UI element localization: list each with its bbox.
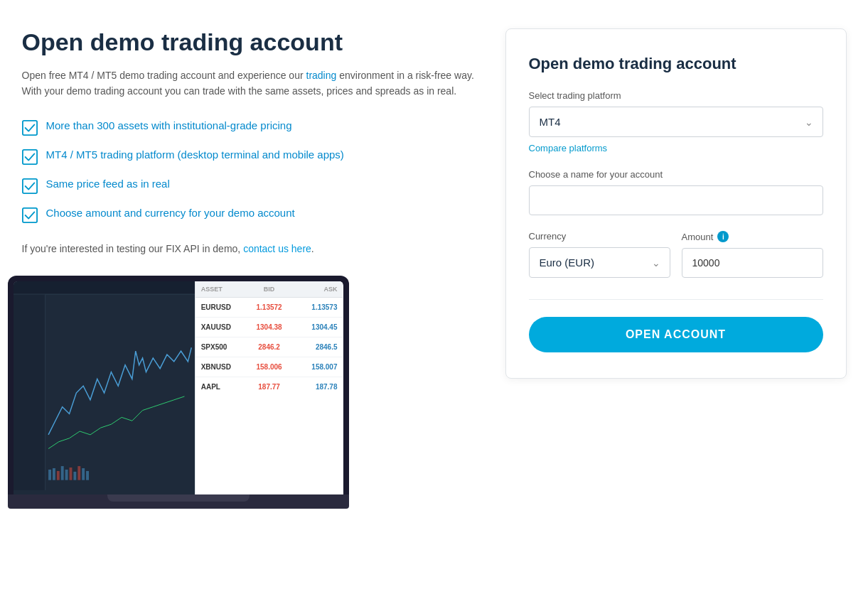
amount-label: Amount [682, 232, 714, 242]
svg-rect-7 [14, 294, 45, 490]
svg-rect-16 [77, 466, 80, 480]
page-title: Open demo trading account [22, 28, 477, 56]
table-row: XBNUSD 158.006 158.007 [195, 357, 343, 377]
amount-input[interactable] [682, 248, 823, 278]
bid-eurusd: 1.13572 [247, 303, 292, 311]
col-asset: ASSET [201, 286, 247, 293]
table-row: XAUUSD 1304.38 1304.45 [195, 318, 343, 337]
trading-link[interactable]: trading [306, 70, 337, 81]
right-column: Open demo trading account Select trading… [505, 28, 847, 509]
contact-us-link[interactable]: contact us here [243, 243, 311, 254]
svg-rect-12 [60, 466, 63, 480]
col-ask: ASK [292, 286, 338, 293]
chart-panel [14, 281, 195, 494]
laptop-screen: ASSET BID ASK EURUSD 1.13572 1.13573 XAU… [14, 281, 343, 494]
prices-panel: ASSET BID ASK EURUSD 1.13572 1.13573 XAU… [195, 281, 343, 494]
pair-xauusd: XAUUSD [201, 323, 247, 331]
svg-rect-10 [52, 468, 55, 480]
ask-xbnusd: 158.007 [292, 363, 338, 371]
table-row: EURUSD 1.13572 1.13573 [195, 298, 343, 318]
svg-rect-9 [48, 470, 51, 480]
ask-eurusd: 1.13573 [292, 303, 338, 311]
currency-label: Currency [529, 231, 670, 242]
pair-spx500: SPX500 [201, 343, 247, 351]
feature-text-1: More than 300 assets with institutional-… [46, 119, 292, 131]
pair-aapl: AAPL [201, 383, 247, 391]
laptop-stand [107, 494, 250, 502]
bid-xbnusd: 158.006 [247, 363, 292, 371]
svg-rect-17 [82, 468, 85, 480]
check-icon-1 [22, 120, 38, 136]
svg-rect-8 [45, 294, 45, 490]
check-icon-2 [22, 149, 38, 165]
svg-rect-18 [86, 471, 89, 480]
currency-select-wrapper: Euro (EUR) USD GBP ⌄ [529, 247, 670, 278]
pair-xbnusd: XBNUSD [201, 363, 247, 371]
bid-xauusd: 1304.38 [247, 323, 292, 331]
compare-platforms-link[interactable]: Compare platforms [529, 143, 608, 153]
svg-rect-11 [56, 471, 59, 480]
account-name-label: Choose a name for your account [529, 169, 823, 180]
bid-spx500: 2846.2 [247, 343, 292, 351]
intro-text: Open free MT4 / MT5 demo trading account… [22, 67, 477, 99]
amount-info-icon[interactable]: i [717, 231, 729, 242]
open-account-button[interactable]: OPEN ACCOUNT [529, 317, 823, 352]
platform-select-wrapper: MT4 MT5 ⌄ [529, 107, 823, 137]
svg-rect-14 [69, 467, 72, 480]
table-row: AAPL 187.77 187.78 [195, 377, 343, 396]
feature-item-2: MT4 / MT5 trading platform (desktop term… [22, 148, 477, 165]
form-card: Open demo trading account Select trading… [505, 28, 847, 379]
laptop-base [8, 494, 349, 509]
left-column: Open demo trading account Open free MT4 … [22, 28, 477, 509]
check-icon-4 [22, 207, 38, 223]
currency-amount-row: Currency Euro (EUR) USD GBP ⌄ Amount i [529, 231, 823, 282]
feature-text-3: Same price feed as in real [46, 178, 170, 190]
check-icon-3 [22, 178, 38, 194]
form-title: Open demo trading account [529, 55, 823, 73]
account-name-input[interactable] [529, 185, 823, 215]
feature-item-1: More than 300 assets with institutional-… [22, 119, 477, 136]
amount-label-row: Amount i [682, 231, 823, 242]
laptop-outer: ASSET BID ASK EURUSD 1.13572 1.13573 XAU… [8, 276, 349, 494]
features-list: More than 300 assets with institutional-… [22, 119, 477, 223]
feature-item-3: Same price feed as in real [22, 178, 477, 194]
platform-label: Select trading platform [529, 90, 823, 101]
svg-rect-15 [73, 472, 76, 480]
fix-api-text: If you're interested in testing our FIX … [22, 243, 477, 254]
svg-rect-6 [14, 293, 195, 294]
feature-text-4: Choose amount and currency for your demo… [46, 207, 295, 219]
laptop-mockup: ASSET BID ASK EURUSD 1.13572 1.13573 XAU… [22, 276, 477, 509]
platform-select[interactable]: MT4 MT5 [529, 107, 823, 137]
amount-field-group: Amount i [682, 231, 823, 282]
ask-xauusd: 1304.45 [292, 323, 338, 331]
bid-aapl: 187.77 [247, 383, 292, 391]
ask-spx500: 2846.5 [292, 343, 338, 351]
prices-header: ASSET BID ASK [195, 281, 343, 298]
svg-rect-5 [14, 281, 195, 294]
feature-text-2: MT4 / MT5 trading platform (desktop term… [46, 148, 344, 161]
ask-aapl: 187.78 [292, 383, 338, 391]
currency-field-group: Currency Euro (EUR) USD GBP ⌄ [529, 231, 670, 282]
svg-rect-13 [65, 470, 68, 480]
table-row: SPX500 2846.2 2846.5 [195, 337, 343, 357]
pair-eurusd: EURUSD [201, 303, 247, 311]
chart-svg [14, 281, 195, 490]
form-divider [529, 299, 823, 300]
feature-item-4: Choose amount and currency for your demo… [22, 207, 477, 223]
col-bid: BID [247, 286, 292, 293]
currency-select[interactable]: Euro (EUR) USD GBP [529, 247, 670, 278]
